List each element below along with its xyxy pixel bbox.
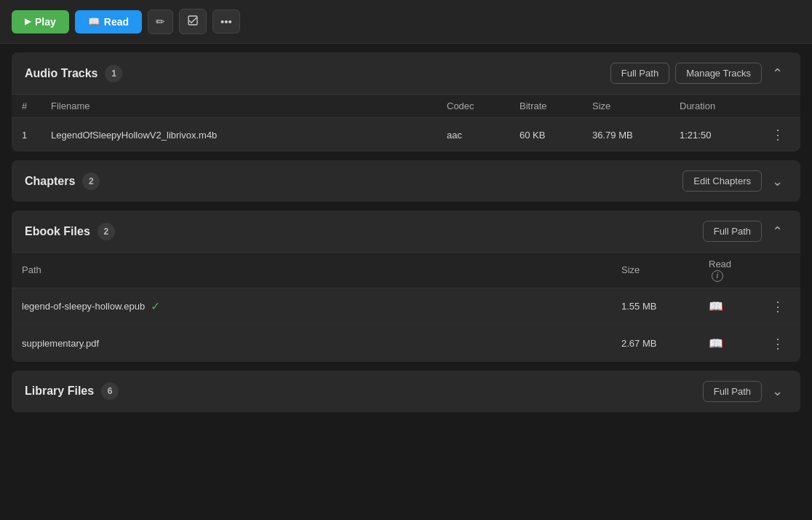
ebook-full-path-button[interactable]: Full Path xyxy=(703,221,762,242)
edit-button[interactable]: ✏ xyxy=(148,9,173,34)
chapters-badge: 2 xyxy=(82,173,100,190)
audio-tracks-collapse-button[interactable]: ⌃ xyxy=(768,64,787,83)
list-item: supplementary.pdf 2.67 MB 📖 ⋮ xyxy=(12,325,800,362)
col-duration-header: Duration xyxy=(669,95,757,118)
toolbar: Play Read ✏ ••• xyxy=(0,0,812,44)
ebook-files-header-row: Path Size Read i xyxy=(12,253,800,288)
ebook-files-collapse-button[interactable]: ⌃ xyxy=(768,222,787,241)
more-button[interactable]: ••• xyxy=(212,9,240,34)
audio-tracks-section: Audio Tracks 1 Full Path Manage Tracks ⌃… xyxy=(12,52,800,151)
ebook-actions: ⋮ xyxy=(757,325,800,362)
chapters-title: Chapters xyxy=(25,175,75,188)
ebook-size: 1.55 MB xyxy=(611,288,698,325)
col-size-header: Size xyxy=(582,95,669,118)
row-more-button[interactable]: ⋮ xyxy=(767,125,790,144)
play-button[interactable]: Play xyxy=(12,10,69,34)
row-actions: ⋮ xyxy=(757,118,800,152)
ebook-read-cell: 📖 xyxy=(698,325,757,362)
row-codec: aac xyxy=(437,118,509,152)
row-num: 1 xyxy=(12,118,41,152)
ebook-col-path-header: Path xyxy=(12,253,611,288)
read-book-icon[interactable]: 📖 xyxy=(709,300,723,312)
check-icon: ✓ xyxy=(151,299,160,313)
audio-tracks-table: # Filename Codec Bitrate Size Duration 1… xyxy=(12,95,800,151)
list-item: legend-of-sleepy-hollow.epub ✓ 1.55 MB 📖… xyxy=(12,288,800,325)
ebook-file-label: supplementary.pdf xyxy=(22,338,99,349)
ebook-file-label: legend-of-sleepy-hollow.epub xyxy=(22,301,145,312)
ebook-files-badge: 2 xyxy=(97,223,115,240)
library-full-path-button[interactable]: Full Path xyxy=(703,381,762,402)
read-info-icon: i xyxy=(712,270,723,282)
audio-tracks-actions: Full Path Manage Tracks ⌃ xyxy=(610,63,787,84)
library-files-badge: 6 xyxy=(101,382,119,400)
edit-chapters-button[interactable]: Edit Chapters xyxy=(682,170,762,192)
library-files-collapse-button[interactable]: ⌄ xyxy=(768,382,787,401)
ebook-filename: legend-of-sleepy-hollow.epub ✓ xyxy=(12,288,611,325)
more-icon: ••• xyxy=(220,15,232,28)
ebook-more-button[interactable]: ⋮ xyxy=(767,334,790,353)
bookmark-icon xyxy=(187,15,199,28)
library-files-section: Library Files 6 Full Path ⌄ xyxy=(12,371,800,412)
library-files-title: Library Files xyxy=(25,385,94,398)
library-files-header: Library Files 6 Full Path ⌄ xyxy=(12,371,800,412)
ebook-more-button[interactable]: ⋮ xyxy=(767,297,790,316)
audio-full-path-button[interactable]: Full Path xyxy=(610,63,669,84)
ebook-files-table: Path Size Read i legend-of-sleepy-hollow… xyxy=(12,253,800,362)
manage-tracks-button[interactable]: Manage Tracks xyxy=(675,63,762,84)
row-size: 36.79 MB xyxy=(582,118,669,152)
ebook-files-title: Ebook Files xyxy=(25,225,90,238)
col-filename-header: Filename xyxy=(41,95,437,118)
ebook-read-cell: 📖 xyxy=(698,288,757,325)
row-filename: LegendOfSleepyHollowV2_librivox.m4b xyxy=(41,118,437,152)
bookmark-button[interactable] xyxy=(179,9,207,34)
library-files-actions: Full Path ⌄ xyxy=(703,381,787,402)
read-button[interactable]: Read xyxy=(75,10,142,34)
ebook-col-read-header: Read i xyxy=(698,253,757,288)
row-bitrate: 60 KB xyxy=(509,118,582,152)
col-codec-header: Codec xyxy=(437,95,509,118)
content: Audio Tracks 1 Full Path Manage Tracks ⌃… xyxy=(0,44,812,421)
row-duration: 1:21:50 xyxy=(669,118,757,152)
chapters-header: Chapters 2 Edit Chapters ⌄ xyxy=(12,160,800,202)
ebook-filename: supplementary.pdf xyxy=(12,325,611,362)
chapters-collapse-button[interactable]: ⌄ xyxy=(768,172,787,191)
audio-tracks-header-row: # Filename Codec Bitrate Size Duration xyxy=(12,95,800,118)
chapters-actions: Edit Chapters ⌄ xyxy=(682,170,787,192)
chapters-section: Chapters 2 Edit Chapters ⌄ xyxy=(12,160,800,202)
ebook-size: 2.67 MB xyxy=(611,325,698,362)
ebook-files-actions: Full Path ⌃ xyxy=(703,221,787,242)
col-num-header: # xyxy=(12,95,41,118)
audio-tracks-title: Audio Tracks xyxy=(25,67,97,80)
read-book-icon[interactable]: 📖 xyxy=(709,337,723,350)
ebook-col-size-header: Size xyxy=(611,253,698,288)
ebook-actions: ⋮ xyxy=(757,288,800,325)
ebook-files-header: Ebook Files 2 Full Path ⌃ xyxy=(12,210,800,253)
table-row: 1 LegendOfSleepyHollowV2_librivox.m4b aa… xyxy=(12,118,800,152)
audio-tracks-badge: 1 xyxy=(105,65,122,82)
col-bitrate-header: Bitrate xyxy=(509,95,582,118)
svg-rect-0 xyxy=(188,16,197,25)
edit-icon: ✏ xyxy=(156,15,165,28)
audio-tracks-header: Audio Tracks 1 Full Path Manage Tracks ⌃ xyxy=(12,52,800,95)
col-actions-header xyxy=(757,95,800,118)
ebook-files-section: Ebook Files 2 Full Path ⌃ Path Size Read… xyxy=(12,210,800,362)
ebook-col-actions-header xyxy=(757,253,800,288)
